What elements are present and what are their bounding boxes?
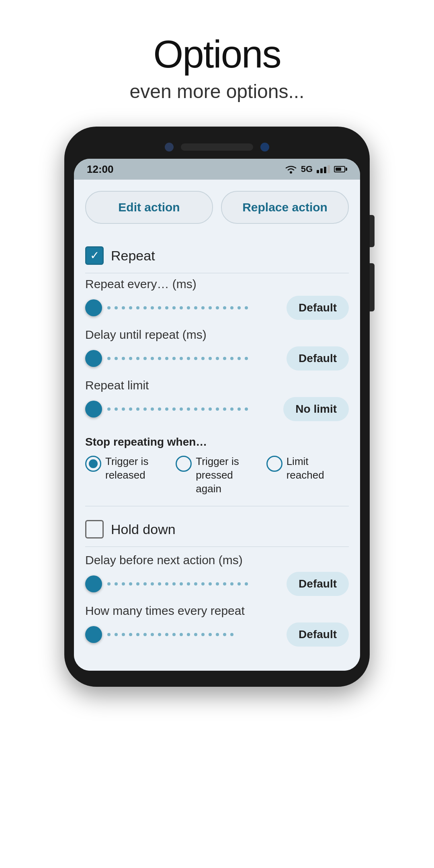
repeat-limit-section: Repeat limit No limit (85, 379, 349, 421)
divider-2 (85, 506, 349, 506)
delay-next-action-thumb (85, 575, 102, 592)
divider-1 (85, 273, 349, 273)
status-time: 12:00 (87, 163, 114, 176)
delay-until-repeat-slider[interactable] (85, 350, 278, 367)
page-title: Options (130, 32, 305, 76)
repeat-label: Repeat (111, 248, 155, 264)
repeat-every-section: Repeat every… (ms) Default (85, 277, 349, 320)
divider-3 (85, 547, 349, 547)
signal-bars (317, 165, 330, 173)
hold-down-checkbox[interactable] (85, 520, 104, 538)
radio-limit-reached-label: Limit reached (287, 455, 349, 482)
delay-until-repeat-value[interactable]: Default (287, 346, 349, 371)
delay-until-repeat-label: Delay until repeat (ms) (85, 328, 349, 342)
radio-trigger-released[interactable]: Trigger is released (85, 455, 168, 482)
edit-action-button[interactable]: Edit action (85, 191, 213, 224)
svg-point-0 (290, 171, 292, 174)
repeat-every-dots (102, 307, 278, 309)
radio-limit-reached[interactable]: Limit reached (266, 455, 349, 482)
stop-repeating-label: Stop repeating when… (85, 436, 349, 448)
repeat-every-value[interactable]: Default (287, 296, 349, 320)
repeat-every-slider[interactable] (85, 299, 278, 316)
delay-next-action-dots (102, 583, 278, 585)
radio-trigger-pressed-again[interactable]: Trigger is pressed again (176, 455, 258, 495)
how-many-times-thumb (85, 626, 102, 643)
page-header: Options even more options... (130, 0, 305, 127)
speaker-bar (181, 143, 253, 151)
delay-next-action-label: Delay before next action (ms) (85, 553, 349, 567)
how-many-times-section: How many times every repeat Default (85, 604, 349, 647)
radio-options-row: Trigger is released Trigger is pressed a… (85, 455, 349, 495)
repeat-limit-slider[interactable] (85, 401, 275, 418)
repeat-limit-value[interactable]: No limit (283, 397, 349, 421)
delay-next-action-value[interactable]: Default (287, 572, 349, 596)
wifi-icon (285, 165, 297, 174)
repeat-every-label: Repeat every… (ms) (85, 277, 349, 291)
replace-action-button[interactable]: Replace action (221, 191, 349, 224)
delay-next-action-slider[interactable] (85, 575, 278, 592)
radio-trigger-released-circle (85, 456, 101, 472)
screen-content: Edit action Replace action ✓ Repeat Repe… (74, 180, 360, 671)
network-label: 5G (301, 164, 313, 174)
phone-shell: 12:00 5G (64, 127, 370, 687)
repeat-checkbox[interactable]: ✓ (85, 246, 104, 265)
checkmark-icon: ✓ (90, 250, 99, 261)
how-many-times-dots (102, 634, 278, 635)
radio-limit-reached-circle (266, 456, 283, 472)
radio-trigger-released-label: Trigger is released (105, 455, 168, 482)
status-icons: 5G (285, 164, 347, 174)
how-many-times-slider[interactable] (85, 626, 278, 643)
phone-top (74, 139, 360, 159)
status-bar: 12:00 5G (74, 159, 360, 180)
hold-down-label: Hold down (111, 522, 176, 537)
repeat-every-thumb (85, 299, 102, 316)
delay-next-action-section: Delay before next action (ms) Default (85, 553, 349, 596)
tab-row: Edit action Replace action (85, 191, 349, 224)
delay-until-repeat-dots (102, 358, 278, 359)
delay-until-repeat-thumb (85, 350, 102, 367)
page-subtitle: even more options... (130, 80, 305, 102)
radio-trigger-pressed-label: Trigger is pressed again (196, 455, 258, 495)
stop-repeating-section: Stop repeating when… Trigger is released… (85, 429, 349, 502)
phone-screen: 12:00 5G (74, 159, 360, 671)
delay-until-repeat-section: Delay until repeat (ms) Default (85, 328, 349, 371)
camera-dot-right (260, 143, 269, 151)
how-many-times-value[interactable]: Default (287, 622, 349, 647)
battery-icon (334, 166, 347, 172)
radio-trigger-pressed-circle (176, 456, 192, 472)
repeat-limit-thumb (85, 401, 102, 418)
how-many-times-label: How many times every repeat (85, 604, 349, 618)
repeat-limit-label: Repeat limit (85, 379, 349, 392)
repeat-option-row[interactable]: ✓ Repeat (85, 238, 349, 269)
repeat-limit-dots (102, 408, 275, 410)
hold-down-option-row[interactable]: Hold down (85, 510, 349, 542)
camera-dot-left (165, 143, 174, 151)
